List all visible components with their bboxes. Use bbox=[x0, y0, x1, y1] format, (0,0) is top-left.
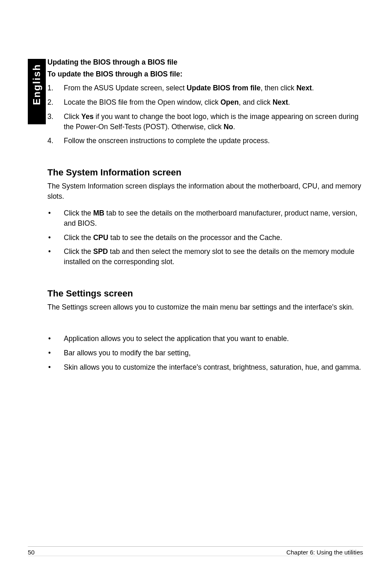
bullet-body: Click the SPD tab and then select the me… bbox=[64, 247, 365, 267]
bullet-item: • Click the SPD tab and then select the … bbox=[47, 247, 365, 267]
bullet-dot: • bbox=[47, 208, 64, 229]
bullet-dot: • bbox=[47, 247, 64, 267]
bullet-item: • Application allows you to select the a… bbox=[47, 334, 365, 344]
section2-para: The System Information screen displays t… bbox=[47, 181, 365, 202]
page-footer: 50 Chapter 6: Using the utilities bbox=[28, 546, 363, 556]
step-body: Locate the BIOS file from the Open windo… bbox=[64, 97, 365, 108]
step-item: 1. From the ASUS Update screen, select U… bbox=[47, 83, 365, 93]
section2-title: The System Information screen bbox=[47, 167, 365, 178]
step-number: 1. bbox=[47, 83, 64, 93]
step-body: Click Yes if you want to change the boot… bbox=[64, 112, 365, 132]
section3-bullets: • Application allows you to select the a… bbox=[47, 334, 365, 373]
language-tab-label: English bbox=[31, 64, 43, 105]
bullet-item: • Bar allows you to modify the bar setti… bbox=[47, 348, 365, 358]
step-item: 2. Locate the BIOS file from the Open wi… bbox=[47, 97, 365, 108]
section1-head1: Updating the BIOS through a BIOS file bbox=[47, 57, 365, 67]
step-number: 3. bbox=[47, 112, 64, 132]
section2-bullets: • Click the MB tab to see the details on… bbox=[47, 208, 365, 267]
page-number: 50 bbox=[28, 549, 35, 556]
bullet-dot: • bbox=[47, 233, 64, 243]
step-item: 3. Click Yes if you want to change the b… bbox=[47, 112, 365, 132]
bullet-body: Bar allows you to modify the bar setting… bbox=[64, 348, 365, 358]
chapter-label: Chapter 6: Using the utilities bbox=[286, 549, 363, 556]
section1-steps: 1. From the ASUS Update screen, select U… bbox=[47, 83, 365, 146]
bullet-item: • Click the CPU tab to see the details o… bbox=[47, 233, 365, 243]
section3-title: The Settings screen bbox=[47, 288, 365, 299]
section1-head2: To update the BIOS through a BIOS file: bbox=[47, 69, 365, 79]
bullet-item: • Skin allows you to customize the inter… bbox=[47, 362, 365, 373]
step-item: 4. Follow the onscreen instructions to c… bbox=[47, 136, 365, 146]
bullet-body: Click the CPU tab to see the details on … bbox=[64, 233, 365, 243]
bullet-item: • Click the MB tab to see the details on… bbox=[47, 208, 365, 229]
section3-para: The Settings screen allows you to custom… bbox=[47, 302, 365, 312]
language-tab: English bbox=[28, 59, 46, 124]
bullet-dot: • bbox=[47, 348, 64, 358]
bullet-dot: • bbox=[47, 334, 64, 344]
step-number: 4. bbox=[47, 136, 64, 146]
bullet-body: Application allows you to select the app… bbox=[64, 334, 365, 344]
step-number: 2. bbox=[47, 97, 64, 108]
step-body: From the ASUS Update screen, select Upda… bbox=[64, 83, 365, 93]
bullet-body: Skin allows you to customize the interfa… bbox=[64, 362, 365, 373]
step-body: Follow the onscreen instructions to comp… bbox=[64, 136, 365, 146]
page-content: Updating the BIOS through a BIOS file To… bbox=[47, 57, 365, 377]
bullet-dot: • bbox=[47, 362, 64, 373]
bullet-body: Click the MB tab to see the details on t… bbox=[64, 208, 365, 229]
